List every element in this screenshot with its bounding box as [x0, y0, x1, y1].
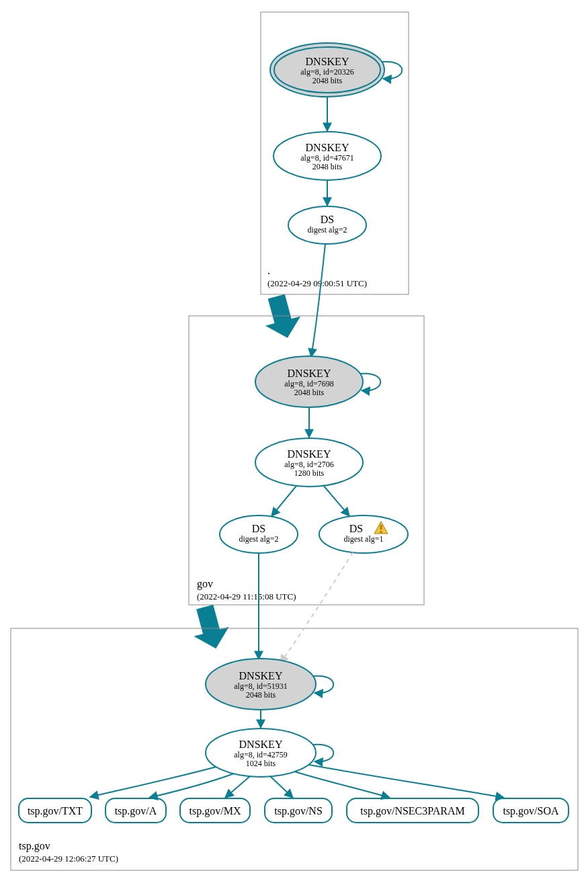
edge-tsp-zsk-to-a [149, 774, 234, 798]
svg-text:2048 bits: 2048 bits [312, 76, 343, 85]
zone-gov-label: gov [197, 578, 213, 590]
svg-text:tsp.gov/A: tsp.gov/A [115, 805, 157, 817]
node-gov-zsk[interactable]: DNSKEY alg=8, id=2706 1280 bits [255, 438, 363, 487]
zone-tsp-timestamp: (2022-04-29 12:06:27 UTC) [19, 854, 118, 864]
svg-text:alg=8, id=20326: alg=8, id=20326 [300, 67, 354, 77]
svg-text:alg=8, id=51931: alg=8, id=51931 [234, 681, 288, 691]
edge-gov-zsk-to-ds2 [271, 486, 296, 516]
edge-tsp-zsk-to-txt [90, 767, 216, 797]
rr-soa[interactable]: tsp.gov/SOA [493, 798, 569, 823]
svg-text:alg=8, id=7698: alg=8, id=7698 [284, 379, 334, 388]
edge-tsp-zsk-to-mx [225, 776, 250, 798]
node-gov-ds2[interactable]: DS digest alg=2 [220, 515, 298, 553]
edge-tsp-zsk-to-nsec3param [294, 772, 390, 798]
node-root-ds[interactable]: DS digest alg=2 [288, 206, 366, 244]
edge-tsp-zsk-to-ns [270, 776, 293, 798]
delegation-arrow-root-to-gov [259, 292, 305, 343]
svg-text:tsp.gov/TXT: tsp.gov/TXT [28, 805, 83, 817]
dnssec-delegation-diagram: . (2022-04-29 09:00:51 UTC) DNSKEY alg=8… [0, 0, 588, 873]
svg-text:tsp.gov/NSEC3PARAM: tsp.gov/NSEC3PARAM [360, 805, 464, 817]
svg-text:DNSKEY: DNSKEY [288, 448, 331, 460]
svg-text:DS: DS [349, 523, 363, 534]
rr-nsec3param[interactable]: tsp.gov/NSEC3PARAM [347, 798, 478, 823]
svg-text:DS: DS [321, 214, 334, 225]
svg-text:1280 bits: 1280 bits [294, 468, 325, 478]
svg-text:tsp.gov/MX: tsp.gov/MX [190, 805, 241, 817]
svg-text:1024 bits: 1024 bits [246, 759, 276, 768]
node-gov-ds1[interactable]: DS digest alg=1 [319, 515, 408, 553]
delegation-arrow-gov-to-tsp [187, 602, 234, 653]
rr-mx[interactable]: tsp.gov/MX [180, 798, 250, 823]
svg-text:alg=8, id=42759: alg=8, id=42759 [234, 750, 288, 759]
rr-txt[interactable]: tsp.gov/TXT [19, 798, 91, 823]
svg-text:alg=8, id=2706: alg=8, id=2706 [284, 460, 334, 469]
svg-text:DNSKEY: DNSKEY [306, 142, 349, 153]
svg-text:digest alg=1: digest alg=1 [343, 534, 383, 544]
svg-text:digest alg=2: digest alg=2 [239, 534, 278, 544]
svg-text:2048 bits: 2048 bits [246, 690, 276, 700]
svg-rect-27 [380, 531, 382, 533]
zone-tsp-label: tsp.gov [19, 840, 50, 852]
edge-tsp-zsk-to-soa [309, 765, 504, 798]
svg-text:tsp.gov/NS: tsp.gov/NS [274, 805, 323, 817]
node-root-ksk[interactable]: DNSKEY alg=8, id=20326 2048 bits [270, 43, 384, 97]
svg-text:alg=8, id=47671: alg=8, id=47671 [300, 153, 354, 163]
svg-text:DS: DS [252, 523, 265, 534]
zone-root-timestamp: (2022-04-29 09:00:51 UTC) [267, 278, 367, 288]
edge-root-ds-to-gov-ksk [311, 244, 325, 357]
rr-ns[interactable]: tsp.gov/NS [265, 798, 332, 823]
svg-text:2048 bits: 2048 bits [312, 162, 343, 171]
svg-text:DNSKEY: DNSKEY [288, 368, 331, 379]
node-tsp-zsk[interactable]: DNSKEY alg=8, id=42759 1024 bits [206, 729, 316, 777]
svg-text:DNSKEY: DNSKEY [239, 670, 283, 681]
svg-text:DNSKEY: DNSKEY [239, 739, 283, 750]
svg-text:digest alg=2: digest alg=2 [307, 225, 347, 235]
zone-gov-timestamp: (2022-04-29 11:15:08 UTC) [197, 591, 296, 601]
zone-root-label: . [267, 265, 270, 276]
node-gov-ksk[interactable]: DNSKEY alg=8, id=7698 2048 bits [255, 356, 363, 407]
svg-rect-26 [380, 525, 382, 530]
edge-gov-zsk-to-ds1 [323, 485, 349, 516]
node-tsp-ksk[interactable]: DNSKEY alg=8, id=51931 2048 bits [206, 659, 316, 710]
rr-a[interactable]: tsp.gov/A [106, 798, 166, 823]
svg-text:tsp.gov/SOA: tsp.gov/SOA [503, 805, 559, 817]
edge-gov-ds1-to-tsp-ksk [280, 552, 353, 663]
svg-text:2048 bits: 2048 bits [294, 388, 325, 397]
svg-text:DNSKEY: DNSKEY [306, 56, 349, 67]
node-root-zsk[interactable]: DNSKEY alg=8, id=47671 2048 bits [274, 132, 381, 180]
